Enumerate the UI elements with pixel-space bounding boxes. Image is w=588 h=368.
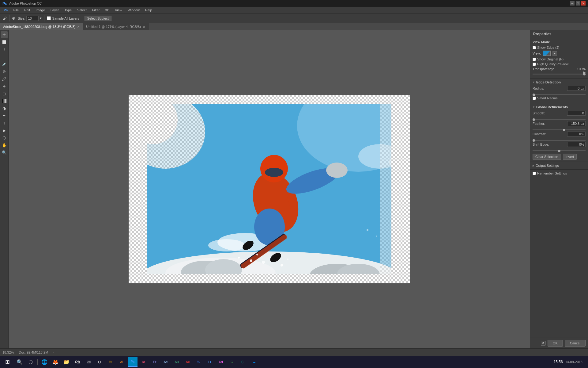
menu-file[interactable]: File <box>11 8 21 13</box>
smooth-input[interactable] <box>567 111 586 116</box>
taskbar-adobe-bridge[interactable]: Br <box>106 357 115 367</box>
taskbar-adobe-id[interactable]: Id <box>139 357 149 367</box>
taskbar-edge[interactable]: 🌐 <box>40 357 49 367</box>
path-selection-tool[interactable]: ▶ <box>1 127 8 134</box>
contrast-input[interactable] <box>567 132 586 136</box>
select-subject-button[interactable]: Select Subject <box>85 16 111 21</box>
global-refinements-header[interactable]: ▼ Global Refinements <box>533 105 586 109</box>
dodge-tool[interactable]: ◑ <box>1 105 8 112</box>
tab-inactive-close[interactable]: ✕ <box>143 25 145 29</box>
menu-filter[interactable]: Filter <box>90 8 102 13</box>
menu-edit[interactable]: Edit <box>22 8 32 13</box>
high-quality-checkbox[interactable] <box>533 63 536 66</box>
shape-tool[interactable]: ⬡ <box>1 134 8 141</box>
smart-radius-checkbox[interactable] <box>533 97 536 100</box>
start-button[interactable]: ⊞ <box>1 356 13 368</box>
clear-selection-button[interactable]: Clear Selection <box>533 154 561 160</box>
spot-heal-tool[interactable]: ⊛ <box>1 68 8 75</box>
taskbar-mail[interactable]: ✉ <box>84 357 93 367</box>
minimize-button[interactable]: ─ <box>570 1 575 6</box>
menu-help[interactable]: Help <box>143 8 155 13</box>
transparency-arrow[interactable]: ▶ <box>583 70 586 75</box>
tab-active[interactable]: AdobeStock_188092208.jpeg @ 18.3% (RGB/8… <box>0 23 83 30</box>
gradient-tool[interactable] <box>1 98 8 104</box>
crop-tool[interactable]: ⊹ <box>1 53 8 60</box>
sample-all-layers[interactable]: Sample All Layers <box>47 16 79 20</box>
taskbar-adobe-au[interactable]: Au <box>172 357 182 367</box>
taskbar-right: 15:56 14-09-2018 <box>554 356 587 367</box>
tab-inactive[interactable]: Untitled-1 @ 171% (Layer 4, RGB/8) ✕ <box>83 23 149 30</box>
lasso-tool[interactable]: ℓ <box>1 46 8 53</box>
taskbar-firefox[interactable]: 🦊 <box>51 357 60 367</box>
eyedropper-tool[interactable]: 💉 <box>1 61 8 67</box>
show-edge-checkbox[interactable] <box>533 46 536 49</box>
taskbar-date: 14-09-2018 <box>565 360 582 364</box>
taskbar-outlook[interactable]: O <box>95 357 104 367</box>
canvas-area[interactable] <box>9 30 530 348</box>
add-mode[interactable]: ⊕ <box>12 16 15 21</box>
sample-all-layers-checkbox[interactable] <box>47 16 51 20</box>
hand-tool[interactable]: ✋ <box>1 142 8 148</box>
doc-info-arrow[interactable]: › <box>53 351 54 354</box>
selection-tool[interactable]: ⬜ <box>1 39 8 45</box>
close-button[interactable]: ✕ <box>581 1 586 6</box>
remember-settings-checkbox[interactable] <box>533 172 536 175</box>
contrast-slider[interactable] <box>533 140 586 141</box>
brush-tool[interactable]: 🖊 <box>1 75 8 82</box>
invert-button[interactable]: Invert <box>563 154 577 160</box>
shift-edge-input[interactable] <box>567 142 586 147</box>
taskbar-word[interactable]: W <box>194 357 204 367</box>
radius-input[interactable] <box>567 86 586 91</box>
size-dropdown[interactable]: ▾ <box>40 16 42 20</box>
taskbar-adobe-ae[interactable]: Ae <box>161 357 171 367</box>
smooth-slider[interactable] <box>533 119 586 120</box>
spot-heal-icon: ⊛ <box>2 69 6 74</box>
taskbar-search[interactable]: 🔍 <box>15 357 24 367</box>
menu-view[interactable]: View <box>112 8 125 13</box>
size-input[interactable] <box>26 16 39 21</box>
taskbar-adobe-lr[interactable]: Lr <box>205 357 215 367</box>
taskbar-onedrive[interactable]: ☁ <box>249 357 259 367</box>
menu-select[interactable]: Select <box>75 8 89 13</box>
clone-tool[interactable]: ⊛ <box>1 83 8 90</box>
edge-detection-header[interactable]: ▼ Edge Detection <box>533 80 586 84</box>
taskbar-adobe-ps[interactable]: Ps <box>128 357 138 367</box>
taskbar-adobe-pr[interactable]: Pr <box>150 357 160 367</box>
menu-layer[interactable]: Layer <box>48 8 62 13</box>
menu-ps[interactable]: Ps <box>1 8 10 13</box>
taskbar-file-explorer[interactable]: 📁 <box>62 357 71 367</box>
menu-image[interactable]: Image <box>33 8 47 13</box>
show-original-checkbox[interactable] <box>533 58 536 61</box>
menu-3d[interactable]: 3D <box>103 8 112 13</box>
radius-slider[interactable] <box>533 94 586 95</box>
taskbar-adobe-xd[interactable]: Xd <box>216 357 226 367</box>
properties-title: Properties <box>530 30 588 38</box>
ok-button[interactable]: OK <box>548 340 563 347</box>
view-dropdown-button[interactable]: ▾ <box>552 51 557 56</box>
maximize-button[interactable]: □ <box>576 1 580 6</box>
zoom-tool[interactable]: 🔍 <box>1 149 8 156</box>
view-thumbnail[interactable] <box>543 51 551 56</box>
show-desktop-btn[interactable] <box>585 356 587 367</box>
global-refinements-collapse-icon: ▼ <box>533 106 535 109</box>
transparency-slider[interactable] <box>533 74 586 75</box>
taskbar-adobe-ai[interactable]: Ai <box>117 357 126 367</box>
feather-slider[interactable] <box>533 129 586 130</box>
taskbar-task-view[interactable]: ⬡ <box>26 357 36 367</box>
taskbar-store[interactable]: 🛍 <box>73 357 82 367</box>
taskbar-devtools[interactable]: ⬡ <box>238 357 248 367</box>
eraser-tool[interactable]: ◻ <box>1 90 8 97</box>
taskbar-adobe-acrobat[interactable]: Ac <box>183 357 193 367</box>
menu-type[interactable]: Type <box>62 8 74 13</box>
shift-edge-slider[interactable] <box>533 150 586 151</box>
tab-active-close[interactable]: ✕ <box>77 25 80 29</box>
taskbar-chrome[interactable]: C <box>227 357 237 367</box>
feather-input[interactable] <box>567 121 586 126</box>
cancel-button[interactable]: Cancel <box>565 340 586 347</box>
pen-tool[interactable]: ✒ <box>1 112 8 119</box>
type-tool[interactable]: T <box>1 120 8 126</box>
move-tool[interactable]: ✛ <box>1 31 8 38</box>
menu-window[interactable]: Window <box>125 8 142 13</box>
reset-button[interactable]: ↺ <box>541 341 546 346</box>
output-settings-header[interactable]: ▶ Output Settings <box>533 164 586 167</box>
